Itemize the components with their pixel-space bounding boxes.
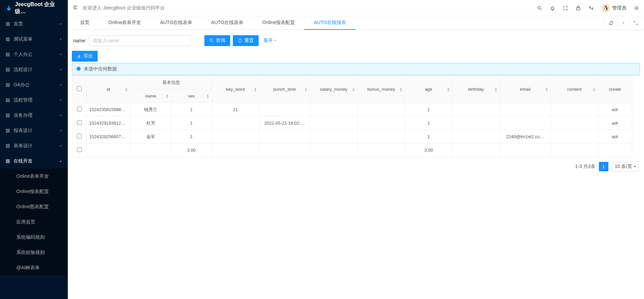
topbar: 欢迎进入 JeecgBoot 企业级低代码平台 🐧 管理员 — [68, 0, 644, 16]
col-bonus[interactable]: bonus_money — [367, 87, 395, 92]
bell-icon[interactable] — [550, 5, 555, 11]
menu-label: 业务办理 — [14, 112, 33, 119]
cell-name: 杜芳 — [130, 116, 171, 130]
search-icon[interactable] — [537, 5, 542, 11]
sidebar-subitem[interactable]: 系统编码规则 — [0, 230, 68, 245]
sidebar-item[interactable]: 首页 — [0, 16, 68, 31]
tab[interactable]: 首页 — [71, 16, 99, 30]
footer-cell — [310, 144, 358, 157]
menu-icon — [5, 144, 10, 148]
cell-email — [500, 103, 551, 116]
col-sex[interactable]: sex — [188, 93, 195, 99]
gear-icon[interactable] — [634, 5, 639, 11]
footer-cell — [86, 144, 130, 157]
sort-icon[interactable]: ▲▼ — [206, 94, 209, 99]
table-row[interactable]: 152423581599886…钱秀兰1111adr — [72, 103, 632, 116]
sidebar-subitem[interactable]: 应用首页 — [0, 214, 68, 230]
reset-icon — [238, 38, 242, 43]
row-checkbox[interactable] — [77, 147, 82, 152]
sort-icon[interactable]: ▲▼ — [165, 94, 169, 99]
expand-link[interactable]: 展开 — [263, 38, 277, 44]
sidebar-item[interactable]: 测试菜单 — [0, 31, 68, 47]
sidebar-subitem[interactable]: Online报表配置 — [0, 184, 68, 199]
page-1-button[interactable]: 1 — [599, 162, 608, 171]
tab[interactable]: Online表单开发 — [99, 16, 150, 30]
sidebar-subitem[interactable]: @AI树表单 — [0, 260, 68, 275]
chevron-icon — [59, 52, 62, 57]
row-checkbox[interactable] — [77, 107, 82, 111]
table-row[interactable]: 152432925665724…金军112240@tm1et2.co…adr — [72, 130, 632, 144]
sidebar-item[interactable]: 个人办公 — [0, 47, 68, 62]
tab-refresh-icon[interactable] — [605, 18, 617, 28]
col-keyword[interactable]: key_word — [226, 87, 245, 92]
table-row[interactable]: 152432919361265…杜芳12022-05-21 18:02:…1ad… — [72, 116, 632, 130]
svg-rect-40 — [8, 162, 9, 163]
cell-salary_money — [310, 103, 358, 116]
fullscreen-icon[interactable] — [563, 5, 568, 11]
sort-icon[interactable]: ▲▼ — [545, 87, 548, 92]
page-size-select[interactable]: 10 条/页 — [612, 162, 639, 171]
sidebar-subitem[interactable]: 系统校验规则 — [0, 245, 68, 260]
sidebar-item[interactable]: 业务办理 — [0, 108, 68, 123]
svg-rect-10 — [8, 53, 9, 54]
cell-salary_money — [310, 116, 358, 130]
col-create[interactable]: create — [609, 87, 621, 92]
sidebar: JeecgBoot 企业级… 首页测试菜单个人办公流程设计OA办公流程管理业务办… — [0, 0, 68, 299]
tab[interactable]: Online报表配置 — [253, 16, 304, 30]
sidebar-item[interactable]: 报表设计 — [0, 123, 68, 138]
query-button[interactable]: 查询 — [204, 35, 230, 46]
user-menu[interactable]: 🐧 管理员 — [601, 4, 626, 13]
tab[interactable]: AUTO在线表单 — [202, 16, 253, 30]
export-button[interactable]: 导出 — [72, 51, 98, 62]
svg-rect-23 — [6, 101, 7, 102]
brand-logo[interactable]: JeecgBoot 企业级… — [0, 0, 68, 16]
col-salary[interactable]: salary_money — [320, 87, 347, 92]
menu-icon — [5, 83, 10, 87]
col-birthday[interactable]: birthday — [468, 87, 484, 92]
reset-button[interactable]: 重置 — [233, 35, 259, 46]
col-content[interactable]: content — [567, 87, 582, 92]
chevron-icon — [59, 98, 62, 103]
col-age[interactable]: age — [425, 87, 432, 92]
sidebar-item[interactable]: 表单设计 — [0, 138, 68, 153]
sort-icon[interactable]: ▲▼ — [125, 87, 128, 92]
chevron-down-icon — [274, 39, 277, 42]
menu-label: 测试菜单 — [14, 36, 33, 42]
sidebar-subitem[interactable]: Online表单开发 — [0, 169, 68, 184]
tab[interactable]: AUTO在线报表 — [304, 16, 356, 30]
row-checkbox[interactable] — [77, 134, 82, 138]
svg-rect-12 — [8, 55, 9, 56]
cell-age: 1 — [405, 116, 452, 130]
sort-icon[interactable]: ▲▼ — [254, 87, 257, 92]
sort-icon[interactable]: ▲▼ — [399, 87, 403, 92]
lock-icon[interactable] — [576, 5, 581, 11]
col-id[interactable]: id — [106, 87, 110, 92]
sort-icon[interactable]: ▲▼ — [304, 87, 308, 92]
tab-dropdown-icon[interactable] — [617, 18, 629, 28]
sidebar-item[interactable]: 流程设计 — [0, 62, 68, 77]
translate-icon[interactable] — [588, 5, 594, 11]
col-name[interactable]: name — [145, 93, 156, 99]
col-email[interactable]: email — [520, 87, 530, 92]
sort-icon[interactable]: ▲▼ — [494, 87, 498, 92]
collapse-sidebar-icon[interactable] — [73, 5, 78, 12]
sidebar-item[interactable]: OA办公 — [0, 77, 68, 92]
svg-rect-34 — [8, 144, 9, 146]
cell-bonus_money — [358, 130, 405, 144]
footer-cell — [130, 144, 171, 157]
sort-icon[interactable]: ▲▼ — [352, 87, 355, 92]
search-input[interactable] — [89, 35, 191, 46]
tab[interactable]: AUTO在线表单 — [150, 16, 202, 30]
sort-icon[interactable]: ▲▼ — [447, 87, 450, 92]
svg-rect-15 — [6, 70, 7, 71]
sort-icon[interactable]: ▲▼ — [592, 87, 596, 92]
sidebar-subitem[interactable]: Online图表配置 — [0, 199, 68, 214]
sidebar-item[interactable]: 在线开发 — [0, 153, 68, 169]
sidebar-item[interactable]: 流程管理 — [0, 92, 68, 108]
export-icon — [77, 54, 81, 59]
cell-punch_time — [259, 103, 310, 116]
col-punchtime[interactable]: punch_time — [273, 87, 296, 92]
tab-fullscreen-icon[interactable] — [629, 18, 641, 28]
row-checkbox[interactable] — [77, 120, 82, 125]
select-all-checkbox[interactable] — [77, 86, 82, 91]
